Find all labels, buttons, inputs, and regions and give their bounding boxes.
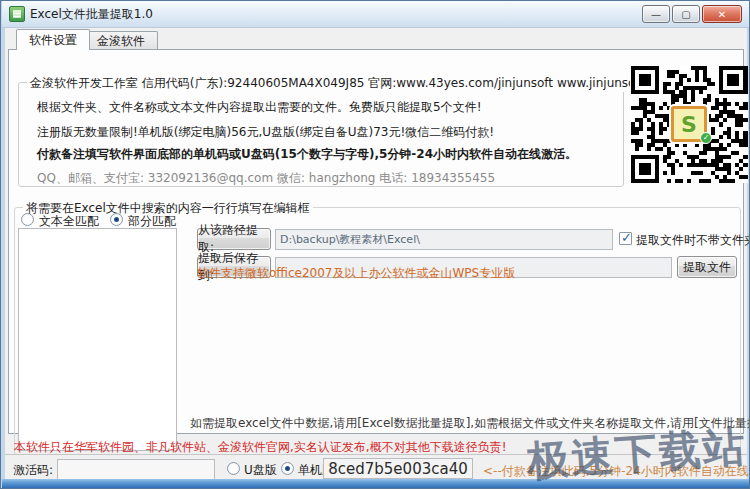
radio-usb-edition-label[interactable]: U盘版 — [244, 462, 277, 479]
radio-full-text-match[interactable] — [21, 213, 34, 226]
info-line-pricing: 注册版无数量限制!单机版(绑定电脑)56元,U盘版(绑定自备U盘)73元!微信二… — [37, 124, 494, 141]
tab-jinjun-software[interactable]: 金浚软件 — [84, 31, 158, 50]
tab-strip: 软件设置 金浚软件 — [8, 29, 744, 50]
radio-standalone-edition[interactable] — [281, 462, 294, 475]
info-line-free-version: 根据文件夹、文件名称或文本文件内容提取出需要的文件。免费版只能提取5个文件! — [37, 99, 481, 116]
title-bar[interactable]: Excel文件批量提取1.0 — ▢ ✕ — [2, 1, 750, 28]
activation-code-label: 激活码: — [13, 462, 53, 479]
maximize-button[interactable]: ▢ — [672, 5, 700, 23]
window-title: Excel文件批量提取1.0 — [30, 6, 153, 23]
wechat-payment-qr-code: S ✓ — [630, 66, 748, 183]
info-line-payment-note: 付款备注填写软件界面底部的单机码或U盘码(15个数字与字母),5分钟-24小时内… — [37, 146, 577, 163]
close-button[interactable]: ✕ — [702, 5, 742, 23]
no-folder-checkbox-label[interactable]: 提取文件时不带文件夹 — [636, 232, 750, 249]
vendor-info-groupbox: 金浚软件开发工作室 信用代码(广东):92440605MA4X049J85 官网… — [18, 82, 624, 187]
extract-from-path-button[interactable]: 从该路径提取: — [197, 228, 271, 250]
vendor-info-title: 金浚软件开发工作室 信用代码(广东):92440605MA4X049J85 官网… — [27, 75, 710, 92]
office-support-note: 软件支持微软office2007及以上办公软件或金山WPS专业版 — [197, 265, 515, 282]
minimize-button[interactable]: — — [642, 5, 670, 23]
source-path-field[interactable]: D:\backup\教程素材\Excel\ — [275, 229, 613, 250]
radio-usb-edition[interactable] — [227, 462, 240, 475]
qr-check-badge: ✓ — [700, 132, 712, 144]
tab-software-settings[interactable]: 软件设置 — [16, 29, 90, 50]
client-area: 软件设置 金浚软件 金浚软件开发工作室 信用代码(广东):92440605MA4… — [5, 28, 747, 480]
app-icon — [9, 6, 25, 22]
machine-code-field[interactable]: 8ced7b5e003ca40 — [323, 458, 473, 479]
tab-page: 金浚软件开发工作室 信用代码(广东):92440605MA4X049J85 官网… — [8, 49, 744, 434]
extract-files-button[interactable]: 提取文件 — [677, 256, 737, 278]
info-line-contacts: QQ、邮箱、支付宝: 332092136@qq.com 微信: hangzhon… — [37, 170, 495, 187]
activation-code-field[interactable] — [57, 459, 215, 480]
radio-partial-match[interactable] — [110, 213, 123, 226]
search-terms-textarea[interactable] — [18, 228, 177, 451]
no-folder-checkbox[interactable] — [619, 232, 632, 245]
app-window: Excel文件批量提取1.0 — ▢ ✕ 软件设置 金浚软件 金浚软件开发工作室… — [0, 0, 750, 489]
